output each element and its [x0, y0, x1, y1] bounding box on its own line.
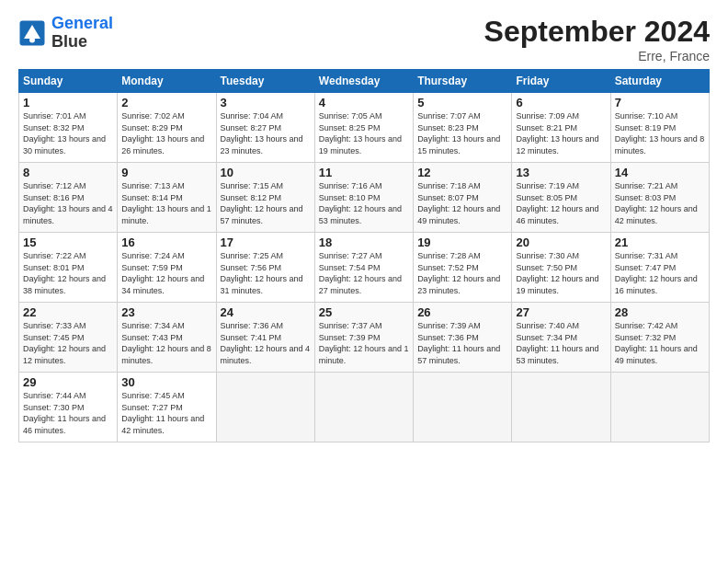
col-header-saturday: Saturday [610, 70, 709, 93]
day-info: Sunrise: 7:28 AMSunset: 7:52 PMDaylight:… [417, 250, 507, 296]
day-cell: 6Sunrise: 7:09 AMSunset: 8:21 PMDaylight… [512, 93, 610, 163]
day-number: 8 [23, 166, 113, 179]
day-cell: 23Sunrise: 7:34 AMSunset: 7:43 PMDayligh… [118, 303, 216, 373]
day-cell: 26Sunrise: 7:39 AMSunset: 7:36 PMDayligh… [414, 303, 512, 373]
day-info: Sunrise: 7:02 AMSunset: 8:29 PMDaylight:… [121, 110, 211, 156]
col-header-sunday: Sunday [19, 70, 118, 93]
day-number: 27 [516, 305, 606, 319]
day-cell: 2Sunrise: 7:02 AMSunset: 8:29 PMDaylight… [118, 93, 216, 163]
day-info: Sunrise: 7:39 AMSunset: 7:36 PMDaylight:… [417, 320, 507, 366]
day-cell: 29Sunrise: 7:44 AMSunset: 7:30 PMDayligh… [19, 373, 118, 442]
day-number: 1 [23, 96, 113, 109]
day-info: Sunrise: 7:15 AMSunset: 8:12 PMDaylight:… [221, 180, 311, 226]
day-cell: 1Sunrise: 7:01 AMSunset: 8:32 PMDaylight… [19, 93, 118, 163]
day-cell: 19Sunrise: 7:28 AMSunset: 7:52 PMDayligh… [414, 233, 512, 303]
svg-point-2 [29, 37, 35, 42]
day-cell: 13Sunrise: 7:19 AMSunset: 8:05 PMDayligh… [512, 163, 610, 233]
day-info: Sunrise: 7:13 AMSunset: 8:14 PMDaylight:… [121, 180, 211, 226]
day-info: Sunrise: 7:44 AMSunset: 7:30 PMDaylight:… [23, 390, 113, 436]
day-number: 29 [23, 375, 113, 389]
col-header-monday: Monday [118, 70, 216, 93]
day-number: 17 [221, 236, 311, 249]
logo-icon [18, 19, 46, 47]
day-info: Sunrise: 7:37 AMSunset: 7:39 PMDaylight:… [319, 320, 409, 366]
day-info: Sunrise: 7:21 AMSunset: 8:03 PMDaylight:… [615, 180, 705, 226]
week-row-3: 15Sunrise: 7:22 AMSunset: 8:01 PMDayligh… [19, 233, 710, 303]
day-number: 3 [221, 96, 311, 109]
day-info: Sunrise: 7:34 AMSunset: 7:43 PMDaylight:… [121, 320, 211, 366]
day-number: 4 [319, 96, 409, 109]
day-cell [216, 373, 314, 442]
day-number: 25 [319, 305, 409, 319]
day-info: Sunrise: 7:31 AMSunset: 7:47 PMDaylight:… [615, 250, 705, 296]
calendar-body: 1Sunrise: 7:01 AMSunset: 8:32 PMDaylight… [19, 93, 710, 442]
day-number: 15 [23, 236, 113, 249]
day-info: Sunrise: 7:18 AMSunset: 8:07 PMDaylight:… [417, 180, 507, 226]
day-cell: 16Sunrise: 7:24 AMSunset: 7:59 PMDayligh… [118, 233, 216, 303]
day-info: Sunrise: 7:30 AMSunset: 7:50 PMDaylight:… [516, 250, 606, 296]
day-info: Sunrise: 7:42 AMSunset: 7:32 PMDaylight:… [615, 320, 705, 366]
day-info: Sunrise: 7:05 AMSunset: 8:25 PMDaylight:… [319, 110, 409, 156]
day-number: 23 [121, 305, 211, 319]
day-info: Sunrise: 7:09 AMSunset: 8:21 PMDaylight:… [516, 110, 606, 156]
day-number: 9 [121, 166, 211, 179]
day-number: 10 [221, 166, 311, 179]
logo-general: General [51, 14, 113, 32]
calendar-header-row: SundayMondayTuesdayWednesdayThursdayFrid… [19, 70, 710, 93]
day-number: 30 [121, 375, 211, 389]
day-cell [414, 373, 512, 442]
location: Erre, France [484, 49, 710, 63]
col-header-thursday: Thursday [414, 70, 512, 93]
day-cell: 15Sunrise: 7:22 AMSunset: 8:01 PMDayligh… [19, 233, 118, 303]
day-info: Sunrise: 7:01 AMSunset: 8:32 PMDaylight:… [23, 110, 113, 156]
day-cell: 11Sunrise: 7:16 AMSunset: 8:10 PMDayligh… [314, 163, 413, 233]
day-number: 22 [23, 305, 113, 319]
day-cell: 4Sunrise: 7:05 AMSunset: 8:25 PMDaylight… [314, 93, 413, 163]
day-number: 28 [615, 305, 705, 319]
day-cell: 3Sunrise: 7:04 AMSunset: 8:27 PMDaylight… [216, 93, 314, 163]
day-cell: 7Sunrise: 7:10 AMSunset: 8:19 PMDaylight… [610, 93, 709, 163]
day-cell: 24Sunrise: 7:36 AMSunset: 7:41 PMDayligh… [216, 303, 314, 373]
day-info: Sunrise: 7:45 AMSunset: 7:27 PMDaylight:… [121, 390, 211, 436]
day-cell: 17Sunrise: 7:25 AMSunset: 7:56 PMDayligh… [216, 233, 314, 303]
week-row-4: 22Sunrise: 7:33 AMSunset: 7:45 PMDayligh… [19, 303, 710, 373]
col-header-tuesday: Tuesday [216, 70, 314, 93]
day-number: 6 [516, 96, 606, 109]
day-number: 13 [516, 166, 606, 179]
logo: General Blue [18, 15, 113, 52]
col-header-friday: Friday [512, 70, 610, 93]
day-cell: 30Sunrise: 7:45 AMSunset: 7:27 PMDayligh… [118, 373, 216, 442]
day-cell: 20Sunrise: 7:30 AMSunset: 7:50 PMDayligh… [512, 233, 610, 303]
day-cell: 21Sunrise: 7:31 AMSunset: 7:47 PMDayligh… [610, 233, 709, 303]
day-info: Sunrise: 7:33 AMSunset: 7:45 PMDaylight:… [23, 320, 113, 366]
logo-blue: Blue [51, 33, 113, 52]
day-cell [314, 373, 413, 442]
day-number: 21 [615, 236, 705, 249]
day-info: Sunrise: 7:25 AMSunset: 7:56 PMDaylight:… [221, 250, 311, 296]
day-number: 16 [121, 236, 211, 249]
day-number: 14 [615, 166, 705, 179]
calendar-table: SundayMondayTuesdayWednesdayThursdayFrid… [18, 69, 710, 442]
title-block: September 2024 Erre, France [484, 15, 710, 63]
day-number: 2 [121, 96, 211, 109]
day-cell: 9Sunrise: 7:13 AMSunset: 8:14 PMDaylight… [118, 163, 216, 233]
day-cell: 5Sunrise: 7:07 AMSunset: 8:23 PMDaylight… [414, 93, 512, 163]
day-info: Sunrise: 7:04 AMSunset: 8:27 PMDaylight:… [221, 110, 311, 156]
week-row-5: 29Sunrise: 7:44 AMSunset: 7:30 PMDayligh… [19, 373, 710, 442]
day-cell: 28Sunrise: 7:42 AMSunset: 7:32 PMDayligh… [610, 303, 709, 373]
day-cell: 12Sunrise: 7:18 AMSunset: 8:07 PMDayligh… [414, 163, 512, 233]
day-info: Sunrise: 7:16 AMSunset: 8:10 PMDaylight:… [319, 180, 409, 226]
day-info: Sunrise: 7:24 AMSunset: 7:59 PMDaylight:… [121, 250, 211, 296]
day-info: Sunrise: 7:10 AMSunset: 8:19 PMDaylight:… [615, 110, 705, 156]
week-row-2: 8Sunrise: 7:12 AMSunset: 8:16 PMDaylight… [19, 163, 710, 233]
month-title: September 2024 [484, 15, 710, 49]
day-number: 5 [417, 96, 507, 109]
day-cell: 18Sunrise: 7:27 AMSunset: 7:54 PMDayligh… [314, 233, 413, 303]
day-info: Sunrise: 7:27 AMSunset: 7:54 PMDaylight:… [319, 250, 409, 296]
day-number: 12 [417, 166, 507, 179]
day-number: 26 [417, 305, 507, 319]
day-number: 24 [221, 305, 311, 319]
day-info: Sunrise: 7:40 AMSunset: 7:34 PMDaylight:… [516, 320, 606, 366]
day-number: 19 [417, 236, 507, 249]
day-cell [512, 373, 610, 442]
